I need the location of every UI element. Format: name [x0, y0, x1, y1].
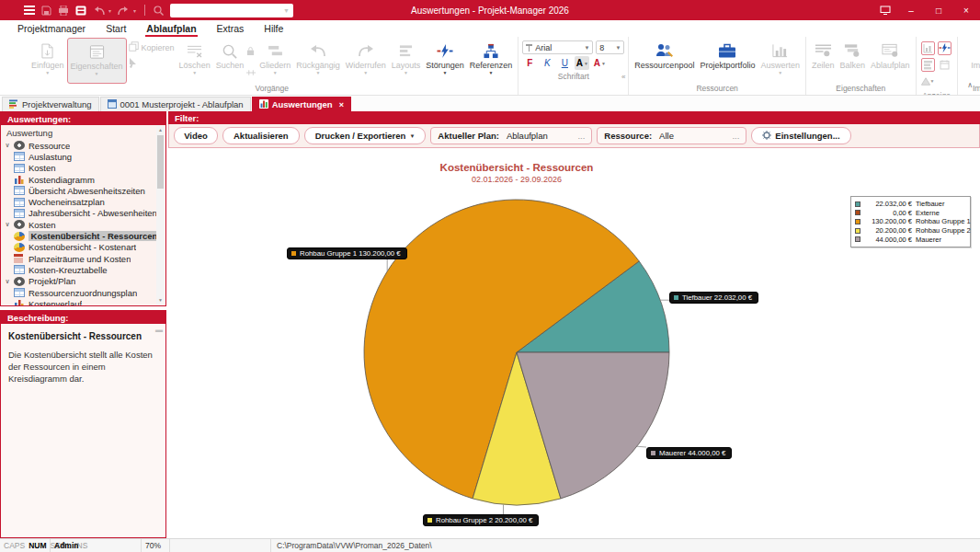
tree-item[interactable]: Auslastung — [1, 151, 156, 162]
status-zoom[interactable]: 70% — [142, 539, 170, 552]
tree-scrollbar[interactable]: ▲ ▼ — [156, 126, 165, 305]
search-icon[interactable] — [154, 6, 164, 16]
people-icon — [655, 40, 674, 61]
tree-item[interactable]: Kostenübersicht - Ressourcen — [1, 230, 156, 241]
rueckgaengig-button[interactable]: Rückgängig▼ — [293, 38, 343, 84]
scroll-down-icon[interactable]: ▼ — [158, 296, 163, 305]
chart-view-toggle[interactable] — [921, 41, 935, 55]
einfuegen-button[interactable]: Einfügen▼ — [28, 38, 67, 84]
bold-button[interactable]: F — [522, 56, 537, 70]
plan-gear-icon — [882, 40, 899, 61]
menubar: Projektmanager Start Ablaufplan Extras H… — [0, 20, 980, 37]
close-tab-icon[interactable]: × — [339, 100, 344, 109]
dialog-launcher-icon[interactable]: « — [621, 72, 625, 82]
suchen-button[interactable]: Suchen — [213, 38, 247, 84]
auswerten-button[interactable]: Auswerten▼ — [758, 38, 803, 84]
menu-hilfe[interactable]: Hilfe — [254, 21, 293, 37]
einstellungen-button[interactable]: Einstellungen... — [751, 127, 850, 144]
tab-projektverwaltung[interactable]: Projektverwaltung — [2, 97, 99, 111]
menu-ablaufplan[interactable]: Ablaufplan — [136, 21, 206, 37]
tree-item[interactable]: Planzeiträume und Kosten — [1, 253, 156, 264]
ellipsis-button[interactable]: ... — [577, 131, 585, 141]
aktualisieren-button[interactable]: Aktualisieren — [222, 127, 300, 144]
tree-item[interactable]: Kosten-Kreuztabelle — [1, 264, 156, 275]
italic-button[interactable]: K — [540, 56, 554, 70]
ablaufplan-button[interactable]: Ablaufplan — [868, 38, 913, 84]
stoerungen-button[interactable]: Störungen▼ — [423, 38, 467, 84]
tab-auswertungen[interactable]: Auswertungen × — [252, 97, 351, 111]
menu-extras[interactable]: Extras — [207, 21, 255, 37]
save-icon[interactable] — [41, 6, 51, 16]
tree-item[interactable]: Kostenverlauf — [1, 298, 156, 305]
scroll-thumb[interactable] — [157, 135, 164, 189]
zeilen-button[interactable]: Zeilen — [809, 38, 838, 84]
tree-item[interactable]: Kostendiagramm — [1, 174, 156, 185]
ellipsis-button[interactable]: ... — [732, 131, 739, 141]
undo-icon[interactable] — [93, 6, 105, 15]
widerrufen-button[interactable]: Widerrufen▼ — [343, 38, 389, 84]
redo-caret-icon[interactable]: ▾ — [133, 7, 136, 14]
minimize-button[interactable]: – — [897, 0, 925, 20]
highlight-color-button[interactable]: A▼ — [575, 56, 589, 70]
ressourcenpool-button[interactable]: Ressourcenpool — [632, 38, 697, 84]
titlebar: Auswertungen - Projekt-Manager 2026 ▾ ▾ … — [0, 0, 980, 20]
monitor-icon[interactable] — [873, 0, 897, 20]
eigenschaften-button[interactable]: Eigenschaften▼ — [67, 38, 127, 84]
layouts-button[interactable]: Layouts▼ — [389, 38, 424, 84]
layouts-icon — [399, 40, 413, 61]
tree-item[interactable]: ∨Ressource — [1, 140, 156, 151]
warning-filter-toggle[interactable]: ▼ — [921, 75, 935, 88]
chevron-expand-icon[interactable]: ∨ — [1, 142, 14, 149]
close-button[interactable]: × — [952, 0, 980, 20]
cursor-tool-button[interactable] — [129, 58, 175, 70]
tree-item[interactable]: ∨Kosten — [1, 219, 156, 230]
tree-item[interactable]: Übersicht Abwesenheitszeiten — [1, 185, 156, 196]
search-combobox[interactable]: ▼ — [170, 4, 293, 17]
help-book-icon[interactable] — [75, 6, 86, 16]
video-button[interactable]: Video — [174, 127, 218, 144]
tree-item[interactable]: Ressourcenzuordnungsplan — [1, 287, 156, 298]
filter-header: Filter: — [168, 111, 980, 124]
font-size-combobox[interactable]: 8▼ — [596, 40, 624, 54]
gliedern-button[interactable]: Gliedern▼ — [256, 38, 293, 84]
goto-icon[interactable] — [246, 63, 256, 80]
tree-item[interactable]: Kosten — [1, 163, 156, 174]
properties-icon — [89, 41, 105, 62]
underline-button[interactable]: U — [557, 56, 572, 70]
tree-item[interactable]: Jahresübersicht - Abwesenheiten — [1, 208, 156, 219]
font-name-combobox[interactable]: Arial▼ — [522, 40, 593, 54]
disturbance-view-toggle[interactable] — [938, 41, 952, 55]
lock-icon[interactable] — [246, 43, 256, 60]
pie-icon — [14, 232, 25, 241]
layers-view-toggle[interactable] — [921, 58, 935, 72]
loeschen-button[interactable]: Löschen▼ — [177, 38, 213, 84]
kopieren-button[interactable]: Kopieren — [129, 41, 175, 53]
redo-icon[interactable] — [118, 6, 130, 15]
font-color-button[interactable]: A▼ — [592, 56, 607, 70]
tab-musterprojekt-ablaufplan[interactable]: 0001 Musterprojekt - Ablaufplan — [100, 97, 251, 111]
quick-access-toolbar: ▾ ▾ ▼ — [0, 4, 293, 17]
balken-button[interactable]: Balken — [837, 38, 868, 84]
ressource-selector[interactable]: Ressource: Alle ... — [597, 127, 746, 144]
aktueller-plan-selector[interactable]: Aktueller Plan: Ablaufplan ... — [430, 127, 592, 144]
tree-item[interactable]: Wocheneinsatzplan — [1, 196, 156, 207]
undo-caret-icon[interactable]: ▾ — [108, 7, 111, 14]
chevron-expand-icon[interactable]: ∨ — [1, 221, 14, 228]
menu-projektmanager[interactable]: Projektmanager — [7, 21, 96, 37]
calendar-view-toggle[interactable] — [938, 58, 952, 72]
menu-start[interactable]: Start — [96, 21, 136, 37]
auswertungen-panel-header: Auswertungen: — [1, 112, 165, 125]
ribbon-collapse-icon[interactable]: ∧ — [967, 81, 973, 89]
tree-item[interactable]: ∨Projekt/Plan — [1, 276, 156, 287]
chevron-expand-icon[interactable]: ∨ — [1, 278, 14, 285]
imexport-button[interactable]: Im-/Exportieren▼ — [968, 38, 980, 84]
tree-item[interactable]: Kostenübersicht - Kostenart — [1, 242, 156, 253]
maximize-button[interactable]: □ — [925, 0, 952, 20]
document-tabbar: Projektverwaltung 0001 Musterprojekt - A… — [0, 96, 980, 111]
app-menu-icon[interactable] — [24, 6, 35, 15]
drucken-exportieren-button[interactable]: Drucken / Exportieren▼ — [304, 127, 427, 144]
print-icon[interactable] — [58, 6, 69, 16]
scroll-up-icon[interactable]: ▲ — [158, 126, 163, 134]
projektportfolio-button[interactable]: Projektportfolio — [697, 38, 758, 84]
referenzen-button[interactable]: Referenzen▼ — [467, 38, 516, 84]
